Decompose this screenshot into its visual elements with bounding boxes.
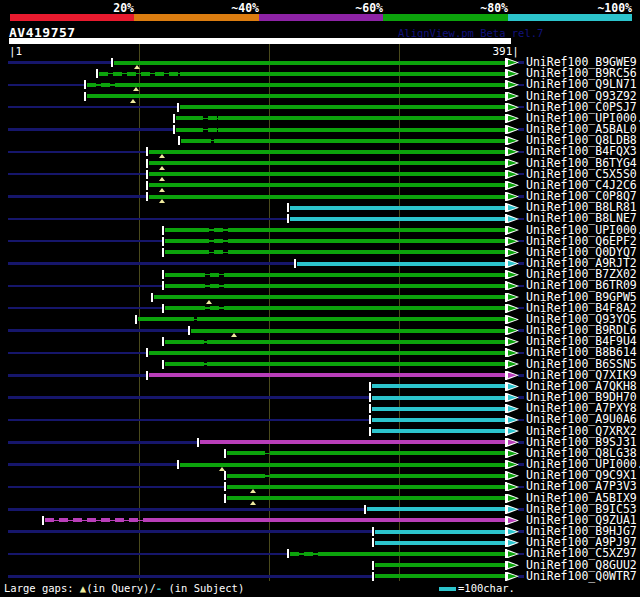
alignment-bar-segment[interactable] <box>138 317 186 321</box>
alignment-bar-segment[interactable] <box>181 139 203 143</box>
alignment-bar-segment[interactable] <box>278 474 505 478</box>
alignment-bar-segment[interactable] <box>197 317 505 321</box>
alignment-bar-gapped-segment[interactable] <box>237 463 244 467</box>
alignment-bar-segment[interactable] <box>149 161 506 165</box>
alignment-bar-gapped-segment[interactable] <box>196 273 230 277</box>
alignment-bar-segment[interactable] <box>181 195 505 199</box>
subject-label[interactable]: UniRef100_Q0WTR7 <box>526 571 637 582</box>
alignment-bar-segment[interactable] <box>375 541 506 545</box>
alignment-bar-segment[interactable] <box>176 128 195 132</box>
alignment-bar-segment[interactable] <box>207 362 222 366</box>
alignment-bar-segment[interactable] <box>227 451 257 455</box>
alignment-bar-segment[interactable] <box>227 496 267 500</box>
alignment-bar-segment[interactable] <box>214 139 505 143</box>
query-gap-marker-icon <box>133 87 139 91</box>
alignment-bar-gapped-segment[interactable] <box>172 183 181 187</box>
alignment-bar-segment[interactable] <box>375 563 506 567</box>
alignment-bar-segment[interactable] <box>154 295 183 299</box>
alignment-bar-segment[interactable] <box>372 418 506 422</box>
alignment-bar-segment[interactable] <box>165 362 196 366</box>
alignment-bar-segment[interactable] <box>165 306 197 310</box>
alignment-bar-gapped-segment[interactable] <box>194 128 218 132</box>
alignment-bar-segment[interactable] <box>230 273 505 277</box>
alignment-bar-gapped-segment[interactable] <box>208 329 217 333</box>
alignment-bar-segment[interactable] <box>218 128 505 132</box>
alignment-bar-segment[interactable] <box>200 440 506 444</box>
alignment-bar-segment[interactable] <box>218 116 505 120</box>
alignment-bar-gapped-segment[interactable] <box>196 306 230 310</box>
alignment-bar-segment[interactable] <box>372 384 506 388</box>
alignment-bar-segment[interactable] <box>230 228 505 232</box>
alignment-bar-segment[interactable] <box>87 94 506 98</box>
query-gap-marker-icon <box>206 300 212 304</box>
alignment-bar-segment[interactable] <box>375 574 506 578</box>
alignment-bar-segment[interactable] <box>180 105 506 109</box>
alignment-bar-segment[interactable] <box>230 239 505 243</box>
alignment-bar-gapped-segment[interactable] <box>256 474 278 478</box>
alignment-bar-segment[interactable] <box>165 228 201 232</box>
alignment-bar-gapped-segment[interactable] <box>194 116 218 120</box>
alignment-bar-segment[interactable] <box>230 284 505 288</box>
alignment-bar-segment[interactable] <box>278 451 505 455</box>
alignment-bar-segment[interactable] <box>375 530 506 534</box>
alignment-bar-gapped-segment[interactable] <box>99 72 181 76</box>
alignment-bar-gapped-segment[interactable] <box>45 518 151 522</box>
alignment-bar-segment[interactable] <box>165 284 197 288</box>
alignment-bar-segment[interactable] <box>149 195 173 199</box>
alignment-bar-segment[interactable] <box>165 273 197 277</box>
alignment-bar-gapped-segment[interactable] <box>200 239 230 243</box>
alignment-bar-gapped-segment[interactable] <box>195 362 207 366</box>
alignment-bar-segment[interactable] <box>191 329 209 333</box>
alignment-bar-segment[interactable] <box>165 340 196 344</box>
alignment-bar-gapped-segment[interactable] <box>200 228 230 232</box>
alignment-bar-segment[interactable] <box>217 329 505 333</box>
alignment-bar-gapped-segment[interactable] <box>202 139 214 143</box>
alignment-bar-segment[interactable] <box>181 183 505 187</box>
alignment-bar-segment[interactable] <box>290 206 506 210</box>
alignment-bar-gapped-segment[interactable] <box>290 552 319 556</box>
alignment-bar-gapped-segment[interactable] <box>266 496 275 500</box>
alignment-bar-segment[interactable] <box>149 373 506 377</box>
alignment-bar-segment[interactable] <box>372 429 506 433</box>
alignment-bar-segment[interactable] <box>227 485 506 489</box>
alignment-bar-gapped-segment[interactable] <box>222 362 229 366</box>
alignment-bar-segment[interactable] <box>227 474 257 478</box>
alignment-bar-segment[interactable] <box>230 306 505 310</box>
alignment-bar-segment[interactable] <box>372 407 506 411</box>
alignment-bar-segment[interactable] <box>367 507 506 511</box>
alignment-bar-gapped-segment[interactable] <box>256 451 278 455</box>
alignment-bar-segment[interactable] <box>207 340 224 344</box>
alignment-bar-gapped-segment[interactable] <box>87 83 119 87</box>
alignment-bar-segment[interactable] <box>244 463 505 467</box>
alignment-bar-segment[interactable] <box>150 518 505 522</box>
alignment-bar-segment[interactable] <box>118 83 505 87</box>
alignment-bar-segment[interactable] <box>149 150 506 154</box>
alignment-bar-segment[interactable] <box>372 396 506 400</box>
alignment-bar-gapped-segment[interactable] <box>185 317 197 321</box>
alignment-bar-segment[interactable] <box>191 295 505 299</box>
alignment-bar-segment[interactable] <box>230 250 505 254</box>
legend-query-text: (in Query)/ <box>86 582 156 594</box>
alignment-bar-gapped-segment[interactable] <box>172 195 181 199</box>
alignment-bar-segment[interactable] <box>165 250 201 254</box>
alignment-bar-segment[interactable] <box>229 362 505 366</box>
alignment-bar-segment[interactable] <box>149 351 506 355</box>
alignment-bar-segment[interactable] <box>149 183 173 187</box>
alignment-bar-segment[interactable] <box>149 172 506 176</box>
query-extent-line <box>8 106 177 109</box>
alignment-bar-segment[interactable] <box>297 262 506 266</box>
alignment-bar-segment[interactable] <box>176 116 195 120</box>
alignment-bar-segment[interactable] <box>231 340 505 344</box>
alignment-bar-segment[interactable] <box>275 496 505 500</box>
alignment-bar-gapped-segment[interactable] <box>200 250 230 254</box>
alignment-bar-gapped-segment[interactable] <box>195 340 207 344</box>
alignment-bar-gapped-segment[interactable] <box>182 295 191 299</box>
alignment-bar-segment[interactable] <box>165 239 201 243</box>
alignment-bar-segment[interactable] <box>114 61 506 65</box>
alignment-bar-segment[interactable] <box>180 72 505 76</box>
alignment-bar-segment[interactable] <box>290 217 506 221</box>
alignment-bar-gapped-segment[interactable] <box>224 340 231 344</box>
alignment-bar-gapped-segment[interactable] <box>196 284 230 288</box>
alignment-bar-segment[interactable] <box>180 463 238 467</box>
alignment-bar-segment[interactable] <box>318 552 505 556</box>
